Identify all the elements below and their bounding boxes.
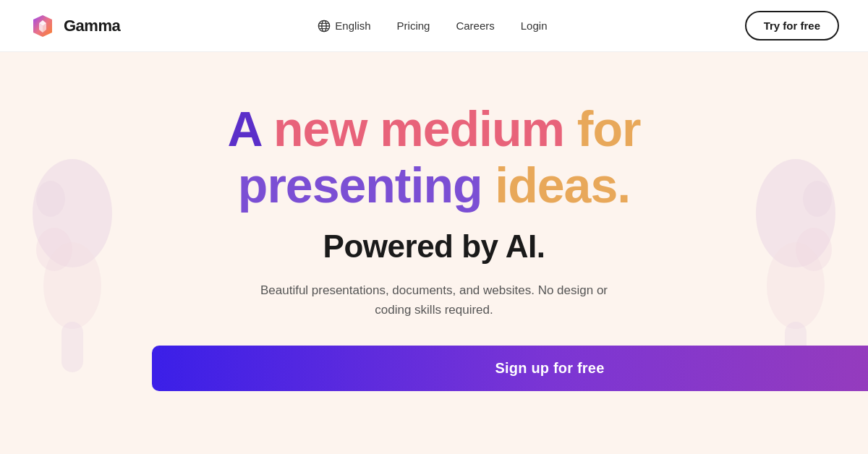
hero-headline: A new medium for presenting ideas. — [152, 100, 716, 213]
nav-login[interactable]: Login — [521, 20, 548, 32]
globe-icon — [318, 20, 331, 33]
try-free-button[interactable]: Try for free — [745, 11, 839, 40]
logo[interactable]: Gamma — [29, 12, 120, 40]
navbar: Gamma English Pricing Careers Login Try … — [0, 0, 868, 52]
headline-word-presenting: presenting — [238, 158, 495, 213]
headline-word-ideas: ideas. — [495, 158, 630, 213]
signup-button[interactable]: Sign up for free — [152, 346, 868, 391]
nav-careers[interactable]: Careers — [456, 20, 494, 32]
language-selector[interactable]: English — [318, 20, 370, 33]
hero-decoration-left — [14, 127, 130, 380]
hero-content: A new medium for presenting ideas. Power… — [152, 100, 716, 406]
logo-text: Gamma — [64, 17, 120, 35]
svg-point-14 — [803, 181, 832, 217]
svg-point-9 — [36, 181, 65, 217]
nav-center: English Pricing Careers Login — [318, 20, 547, 33]
gamma-logo-icon — [29, 12, 56, 40]
svg-point-12 — [796, 228, 832, 271]
nav-pricing[interactable]: Pricing — [397, 20, 430, 32]
nav-right: Try for free — [745, 11, 839, 40]
headline-word-a: A — [228, 101, 273, 156]
hero-powered-text: Powered by AI. — [152, 228, 716, 265]
headline-word-new: new — [273, 101, 367, 156]
headline-word-for: for — [577, 101, 641, 156]
hero-decoration-right — [738, 127, 854, 380]
hero-subtext: Beautiful presentations, documents, and … — [152, 280, 716, 320]
hero-section: A new medium for presenting ideas. Power… — [0, 52, 868, 454]
headline-word-medium: medium — [367, 101, 577, 156]
svg-point-7 — [36, 228, 72, 271]
svg-rect-8 — [61, 322, 83, 372]
language-label: English — [335, 20, 370, 32]
